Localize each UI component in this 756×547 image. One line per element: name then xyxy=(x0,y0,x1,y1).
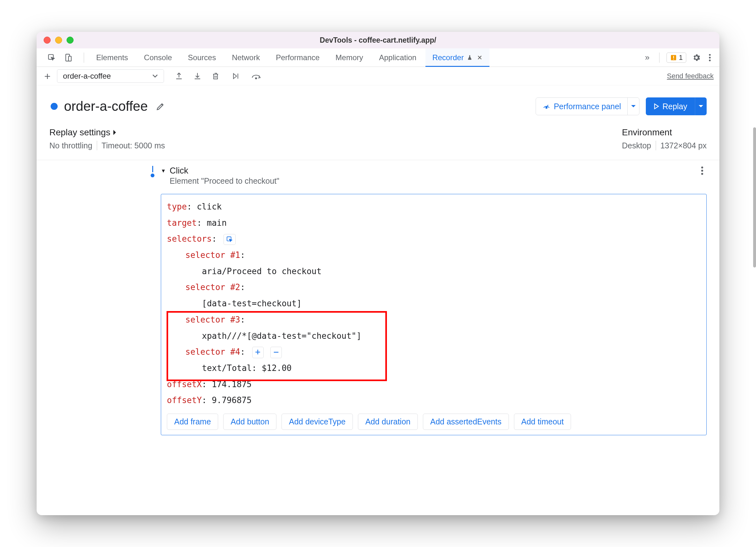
throttling-value: No throttling xyxy=(49,141,92,150)
add-button-button[interactable]: Add button xyxy=(223,414,276,430)
issues-badge[interactable]: 1 xyxy=(667,53,686,63)
tab-sources[interactable]: Sources xyxy=(181,48,223,67)
replay-dropdown[interactable] xyxy=(695,97,707,115)
recording-header: order-a-coffee Performance panel Replay xyxy=(37,85,719,127)
svg-point-13 xyxy=(701,173,703,175)
divider xyxy=(659,53,660,63)
devtools-tabstrip: Elements Console Sources Network Perform… xyxy=(37,48,719,67)
maximize-window-button[interactable] xyxy=(67,37,74,44)
svg-point-7 xyxy=(709,57,710,58)
more-menu-icon[interactable] xyxy=(707,52,713,64)
tab-recorder-label: Recorder xyxy=(432,53,464,62)
environment-label: Environment xyxy=(622,127,672,138)
step-click: ▼ Click Element "Proceed to checkout" ty… xyxy=(161,163,707,435)
recording-steps-area: ▼ Click Element "Proceed to checkout" ty… xyxy=(37,160,719,515)
svg-point-10 xyxy=(546,107,547,108)
selector3-key: selector #3 xyxy=(185,315,240,324)
replay-label: Replay xyxy=(662,102,687,111)
device-toolbar-icon[interactable] xyxy=(62,52,74,64)
window-title: DevTools - coffee-cart.netlify.app/ xyxy=(37,36,719,45)
issues-count: 1 xyxy=(679,53,683,62)
step-detail-box: type: click target: main selectors: sele… xyxy=(161,194,707,435)
recording-title: order-a-coffee xyxy=(64,99,148,114)
selector1-value: aria/Proceed to checkout xyxy=(202,266,322,276)
target-value: main xyxy=(207,218,227,228)
export-icon[interactable] xyxy=(173,70,185,82)
minimize-window-button[interactable] xyxy=(55,37,62,44)
settings-icon[interactable] xyxy=(690,51,703,64)
tab-network[interactable]: Network xyxy=(225,48,267,67)
step-header[interactable]: ▼ Click Element "Proceed to checkout" xyxy=(161,163,707,188)
tab-elements[interactable]: Elements xyxy=(89,48,135,67)
remove-selector-button[interactable]: − xyxy=(270,347,282,358)
inspect-element-icon[interactable] xyxy=(46,52,58,64)
target-key: target xyxy=(167,218,197,228)
collapse-icon: ▼ xyxy=(161,168,166,174)
selector4-key: selector #4 xyxy=(185,347,240,357)
replay-button[interactable]: Replay xyxy=(646,97,707,115)
offsetx-key: offsetX xyxy=(167,380,202,389)
timeout-value: Timeout: 5000 ms xyxy=(102,141,165,150)
recording-select-label: order-a-coffee xyxy=(63,72,111,81)
svg-point-11 xyxy=(701,167,703,168)
divider xyxy=(656,141,656,150)
performance-panel-dropdown[interactable] xyxy=(627,98,639,115)
replay-settings-label: Replay settings xyxy=(49,127,110,138)
warning-icon xyxy=(670,54,677,61)
add-devicetype-button[interactable]: Add deviceType xyxy=(282,414,353,430)
environment-device: Desktop xyxy=(622,141,651,150)
import-icon[interactable] xyxy=(191,70,203,82)
selector4-value: text/Total: $12.00 xyxy=(202,363,292,373)
add-frame-button[interactable]: Add frame xyxy=(167,414,218,430)
tab-recorder[interactable]: Recorder ✕ xyxy=(425,48,490,67)
tab-performance[interactable]: Performance xyxy=(269,48,326,67)
tab-console[interactable]: Console xyxy=(137,48,179,67)
window-titlebar: DevTools - coffee-cart.netlify.app/ xyxy=(37,32,719,48)
selector2-value: [data-test=checkout] xyxy=(202,299,302,308)
new-recording-button[interactable]: + xyxy=(42,69,53,83)
timeline-rail xyxy=(152,166,153,172)
offsety-value: 9.796875 xyxy=(212,395,252,405)
svg-point-6 xyxy=(709,54,710,55)
svg-rect-4 xyxy=(673,56,674,58)
speedometer-icon xyxy=(542,102,551,110)
more-tabs-button[interactable]: » xyxy=(640,53,654,62)
selector1-key: selector #1 xyxy=(185,250,240,260)
selector3-value: xpath///*[@data-test="checkout"] xyxy=(202,331,361,341)
close-window-button[interactable] xyxy=(44,37,51,44)
close-tab-icon[interactable]: ✕ xyxy=(477,54,482,61)
flask-icon xyxy=(467,54,473,61)
step-menu-button[interactable] xyxy=(701,166,703,175)
environment-dimensions: 1372×804 px xyxy=(660,141,707,150)
add-timeout-button[interactable]: Add timeout xyxy=(514,414,571,430)
step-over-icon[interactable] xyxy=(249,71,263,82)
selectors-key: selectors xyxy=(167,234,212,244)
add-duration-button[interactable]: Add duration xyxy=(358,414,418,430)
traffic-lights xyxy=(44,37,74,44)
settings-bar: Replay settings No throttling Timeout: 5… xyxy=(37,127,719,160)
type-key: type xyxy=(167,202,187,211)
add-assertedevents-button[interactable]: Add assertedEvents xyxy=(423,414,509,430)
edit-name-icon[interactable] xyxy=(154,100,167,113)
performance-panel-button[interactable]: Performance panel xyxy=(536,97,639,115)
play-icon xyxy=(653,103,659,110)
divider xyxy=(97,141,97,150)
element-picker-button[interactable] xyxy=(224,234,236,245)
replay-settings-toggle[interactable]: Replay settings xyxy=(49,127,165,138)
divider xyxy=(84,53,84,63)
tab-memory[interactable]: Memory xyxy=(329,48,370,67)
recording-select[interactable]: order-a-coffee xyxy=(57,69,164,83)
svg-point-8 xyxy=(709,59,710,61)
svg-rect-2 xyxy=(68,56,71,61)
svg-point-9 xyxy=(255,78,257,79)
chevron-right-icon xyxy=(113,130,117,135)
offsetx-value: 174.1875 xyxy=(212,380,252,389)
tab-application[interactable]: Application xyxy=(372,48,423,67)
selector2-key: selector #2 xyxy=(185,282,240,292)
performance-panel-label: Performance panel xyxy=(554,102,621,111)
step-play-icon[interactable] xyxy=(230,70,243,82)
send-feedback-link[interactable]: Send feedback xyxy=(667,72,714,80)
add-selector-button[interactable]: + xyxy=(252,347,264,358)
svg-point-12 xyxy=(701,170,703,172)
delete-icon[interactable] xyxy=(210,70,221,82)
